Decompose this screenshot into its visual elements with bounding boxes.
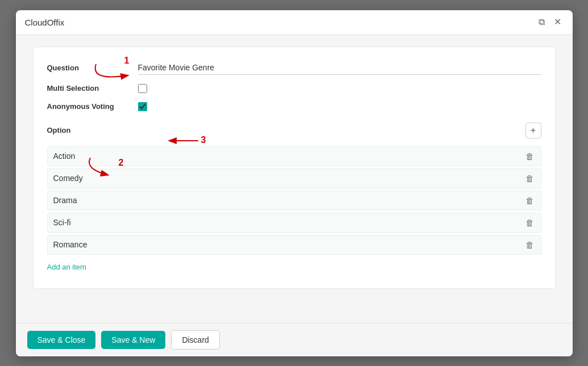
- save-close-button[interactable]: Save & Close: [27, 331, 96, 349]
- modal: CloudOffix ⧉ ✕: [16, 10, 573, 356]
- save-new-button[interactable]: Save & New: [101, 331, 165, 349]
- anonymous-voting-checkbox-wrapper: [138, 102, 147, 111]
- option-row: Comedy🗑: [47, 169, 541, 188]
- delete-option-button[interactable]: 🗑: [524, 152, 535, 161]
- anonymous-voting-label: Anonymous Voting: [47, 102, 138, 111]
- options-section: Option + Action🗑Comedy🗑Drama🗑Sci-fi🗑Roma…: [47, 123, 541, 271]
- multi-selection-row: Multi Selection: [47, 84, 541, 93]
- option-text: Comedy: [53, 174, 524, 183]
- delete-option-button[interactable]: 🗑: [524, 196, 535, 205]
- option-text: Romance: [53, 240, 524, 249]
- question-row: Question: [47, 61, 541, 75]
- question-label: Question: [47, 64, 138, 72]
- options-header: Option +: [47, 123, 541, 142]
- option-row: Romance🗑: [47, 235, 541, 255]
- option-label: Option: [47, 126, 71, 134]
- option-row: Action🗑: [47, 146, 541, 166]
- anonymous-voting-checkbox[interactable]: [138, 102, 147, 111]
- delete-option-button[interactable]: 🗑: [524, 174, 535, 183]
- modal-title: CloudOffix: [25, 18, 65, 27]
- multi-selection-checkbox-wrapper: [138, 84, 147, 93]
- form-card: 1 2 3 Question Multi Selection An: [33, 47, 556, 289]
- modal-body: 1 2 3 Question Multi Selection An: [16, 35, 573, 323]
- add-item-link[interactable]: Add an item: [47, 263, 86, 271]
- header-actions: ⧉ ✕: [536, 16, 564, 28]
- multi-selection-checkbox[interactable]: [138, 84, 147, 93]
- multi-selection-label: Multi Selection: [47, 84, 138, 92]
- close-button[interactable]: ✕: [552, 16, 564, 28]
- anonymous-voting-row: Anonymous Voting: [47, 102, 541, 111]
- option-text: Action: [53, 152, 524, 161]
- discard-button[interactable]: Discard: [171, 330, 219, 350]
- delete-option-button[interactable]: 🗑: [524, 218, 535, 228]
- option-text: Drama: [53, 196, 524, 205]
- expand-button[interactable]: ⧉: [536, 16, 547, 28]
- options-list: Action🗑Comedy🗑Drama🗑Sci-fi🗑Romance🗑: [47, 146, 541, 255]
- delete-option-button[interactable]: 🗑: [524, 240, 535, 250]
- question-input[interactable]: [138, 61, 541, 75]
- option-row: Drama🗑: [47, 191, 541, 211]
- option-row: Sci-fi🗑: [47, 213, 541, 233]
- modal-overlay: CloudOffix ⧉ ✕: [0, 0, 588, 366]
- modal-header: CloudOffix ⧉ ✕: [16, 10, 573, 35]
- add-option-button[interactable]: +: [526, 123, 541, 138]
- option-text: Sci-fi: [53, 218, 524, 227]
- modal-footer: Save & Close Save & New Discard: [16, 323, 573, 356]
